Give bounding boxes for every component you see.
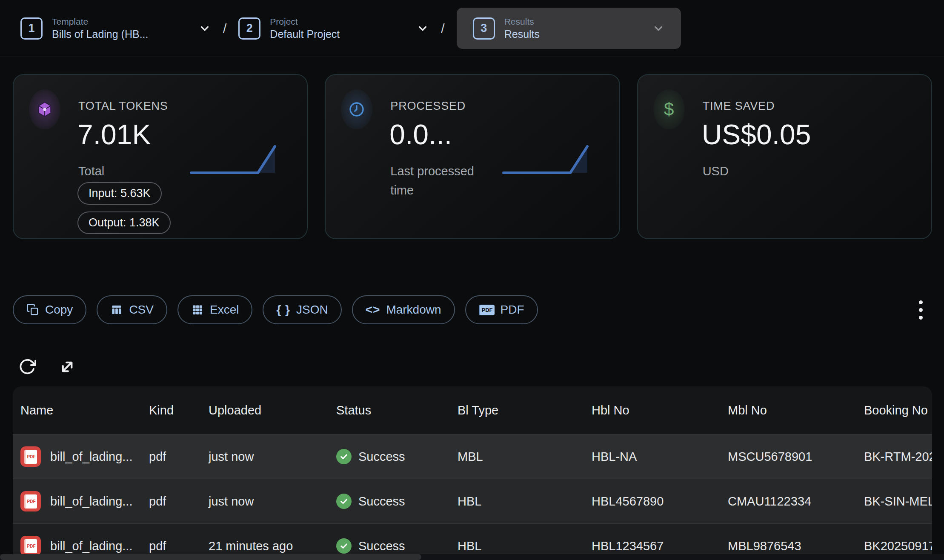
kebab-icon <box>919 308 923 312</box>
breadcrumb-template-dropdown[interactable]: 1 Template Bills of Lading (HB... <box>20 17 211 40</box>
breadcrumb-results-dropdown[interactable]: 3 Results Results <box>457 8 681 49</box>
horizontal-scrollbar-track[interactable] <box>0 554 944 560</box>
dollar-icon: $ <box>653 89 685 129</box>
breadcrumb-separator: / <box>223 21 226 36</box>
refresh-icon[interactable] <box>18 357 37 376</box>
step-number: 1 <box>28 22 34 35</box>
card-subtitle: Total <box>78 162 104 181</box>
file-name: bill_of_lading... <box>50 539 132 553</box>
card-value: 0.0... <box>389 118 452 151</box>
pdf-doc-glyph: PDF <box>24 450 37 464</box>
markdown-button[interactable]: <> Markdown <box>352 295 455 324</box>
total-tokens-card: TOTAL TOKENS 7.01K Total Input: 5.63K Ou… <box>13 74 308 239</box>
hbl-no-value: HBL4567890 <box>584 494 720 509</box>
expand-icon[interactable] <box>58 357 77 376</box>
horizontal-scrollbar-thumb[interactable] <box>0 554 421 560</box>
breadcrumb-separator: / <box>441 21 444 36</box>
step-1-icon: 1 <box>20 17 43 40</box>
card-subtitle: USD <box>703 162 729 181</box>
pdf-file-icon: PDF <box>20 446 41 467</box>
hbl-no-value: HBL-NA <box>584 450 720 464</box>
pdf-file-icon: PDF <box>20 536 41 554</box>
step-3-icon: 3 <box>473 17 495 40</box>
col-header-hbl-no[interactable]: Hbl No <box>584 403 720 417</box>
button-label: Excel <box>210 303 239 317</box>
card-value: 7.01K <box>77 118 151 151</box>
copy-icon <box>26 303 39 316</box>
kind-value: pdf <box>141 539 201 553</box>
check-circle-icon <box>336 449 352 464</box>
template-value: Bills of Lading (HB... <box>52 28 149 40</box>
card-subtitle: Last processed time <box>390 162 490 200</box>
col-header-booking-no[interactable]: Booking No <box>856 403 932 417</box>
col-header-kind[interactable]: Kind <box>141 403 201 417</box>
table-row[interactable]: PDF bill_of_lading... pdf 21 minutes ago… <box>13 523 932 554</box>
copy-button[interactable]: Copy <box>13 295 86 324</box>
status-badge: Success <box>358 494 405 509</box>
chevron-down-icon <box>416 22 429 35</box>
output-tokens-pill: Output: 1.38K <box>77 211 171 234</box>
table-row[interactable]: PDF bill_of_lading... pdf just now Succe… <box>13 479 932 523</box>
mbl-no-value: MSCU5678901 <box>720 450 856 464</box>
button-label: CSV <box>129 303 154 317</box>
cube-icon <box>29 89 60 129</box>
kebab-icon <box>919 300 923 304</box>
mbl-no-value: CMAU1122334 <box>720 494 856 509</box>
check-circle-icon <box>336 538 352 554</box>
breadcrumb-project-dropdown[interactable]: 2 Project Default Project <box>238 17 429 40</box>
json-button[interactable]: { } JSON <box>263 295 341 324</box>
results-value: Results <box>504 28 540 40</box>
kebab-icon <box>919 316 923 320</box>
export-toolbar: Copy CSV Excel { } JSON <> Markdown PDF … <box>13 295 931 324</box>
clock-icon <box>341 89 372 129</box>
table-row[interactable]: PDF bill_of_lading... pdf just now Succe… <box>13 434 932 479</box>
card-value: US$0.05 <box>702 118 811 151</box>
file-name: bill_of_lading... <box>50 450 132 464</box>
uploaded-value: just now <box>201 494 329 509</box>
uploaded-value: just now <box>201 450 329 464</box>
check-circle-icon <box>336 494 352 509</box>
hbl-no-value: HBL1234567 <box>584 539 720 553</box>
braces-icon: { } <box>276 303 290 317</box>
col-header-mbl-no[interactable]: Mbl No <box>720 403 856 417</box>
bl-type-value: HBL <box>450 539 584 553</box>
booking-no-value: BK-SIN-MEL- <box>856 494 932 509</box>
time-saved-card: $ TIME SAVED US$0.05 USD <box>637 74 932 239</box>
table-header-row: Name Kind Uploaded Status Bl Type Hbl No… <box>13 386 932 434</box>
col-header-bl-type[interactable]: Bl Type <box>450 403 584 417</box>
stats-cards: TOTAL TOKENS 7.01K Total Input: 5.63K Ou… <box>13 74 932 239</box>
status-badge: Success <box>358 539 405 553</box>
more-options-button[interactable] <box>916 298 925 322</box>
chevron-down-icon <box>198 22 211 35</box>
csv-button[interactable]: CSV <box>97 295 167 324</box>
file-name: bill_of_lading... <box>50 494 132 509</box>
col-header-uploaded[interactable]: Uploaded <box>201 403 329 417</box>
button-label: Markdown <box>386 303 441 317</box>
step-number: 3 <box>481 22 487 35</box>
sparkline-chart <box>502 143 600 176</box>
table-columns-icon <box>110 303 123 316</box>
button-label: Copy <box>45 303 73 317</box>
kind-value: pdf <box>141 450 201 464</box>
pdf-file-icon: PDF <box>479 305 495 315</box>
card-title: TOTAL TOKENS <box>78 100 168 113</box>
button-label: JSON <box>296 303 328 317</box>
status-badge: Success <box>358 450 405 464</box>
col-header-status[interactable]: Status <box>329 403 450 417</box>
code-icon: <> <box>366 303 380 317</box>
pdf-file-icon: PDF <box>20 491 41 511</box>
uploaded-value: 21 minutes ago <box>201 539 329 553</box>
sparkline-chart <box>190 143 288 176</box>
mbl-no-value: MBL9876543 <box>720 539 856 553</box>
bl-type-value: HBL <box>450 494 584 509</box>
excel-button[interactable]: Excel <box>177 295 252 324</box>
col-header-name[interactable]: Name <box>13 403 141 417</box>
project-value: Default Project <box>270 28 340 40</box>
input-tokens-pill: Input: 5.63K <box>77 182 162 205</box>
results-label: Results <box>504 17 540 27</box>
pdf-button[interactable]: PDF PDF <box>465 295 538 324</box>
booking-no-value: BK-RTM-2025 <box>856 450 932 464</box>
chevron-down-icon <box>652 22 665 35</box>
booking-no-value: BK20250917 <box>856 539 932 553</box>
breadcrumb: 1 Template Bills of Lading (HB... / 2 Pr… <box>0 0 944 57</box>
